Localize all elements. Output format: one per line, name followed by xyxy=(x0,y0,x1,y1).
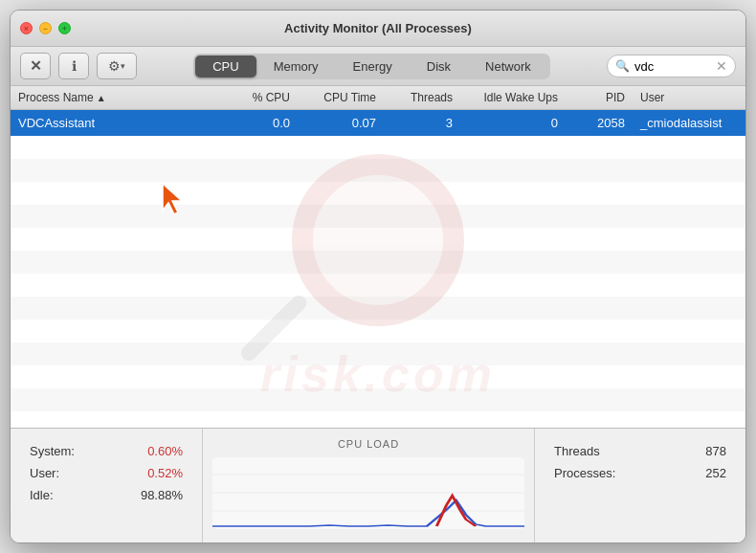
cell-process-name: VDCAssistant xyxy=(11,114,221,132)
table-row-empty xyxy=(11,251,745,274)
tab-network[interactable]: Network xyxy=(468,55,548,77)
window-title: Activity Monitor (All Processes) xyxy=(284,21,472,35)
table-row-empty xyxy=(11,320,745,343)
processes-label: Processes: xyxy=(554,466,615,480)
threads-stat-row: Threads 878 xyxy=(554,444,726,458)
gear-icon: ⚙ xyxy=(108,58,121,74)
tab-cpu[interactable]: CPU xyxy=(195,55,256,77)
col-header-pid[interactable]: PID xyxy=(566,89,633,106)
table-row-empty xyxy=(11,388,745,411)
cell-cpu-time: 0.07 xyxy=(298,114,384,132)
system-stat-row: System: 0.60% xyxy=(30,444,183,458)
bottom-panel: System: 0.60% User: 0.52% Idle: 98.88% C… xyxy=(11,428,745,542)
table-area: risk.com VDCAssistant 0.0 0.07 3 0 2058 … xyxy=(11,110,745,428)
info-icon: ℹ xyxy=(72,58,77,74)
minimize-icon: − xyxy=(43,24,48,33)
search-box: 🔍 ✕ xyxy=(607,55,736,77)
info-button[interactable]: ℹ xyxy=(58,53,89,79)
close-process-button[interactable]: ✕ xyxy=(20,53,51,79)
col-header-threads[interactable]: Threads xyxy=(384,89,460,106)
processes-stat-row: Processes: 252 xyxy=(554,466,726,480)
column-headers: Process Name ▲ % CPU CPU Time Threads Id… xyxy=(11,86,745,110)
x-icon: ✕ xyxy=(30,57,42,75)
search-input[interactable] xyxy=(634,59,711,74)
tab-group: CPU Memory Energy Disk Network xyxy=(193,54,550,79)
user-value: 0.52% xyxy=(147,466,183,480)
table-row-empty xyxy=(11,136,745,159)
table-row-empty xyxy=(11,343,745,365)
maximize-icon: + xyxy=(62,24,67,33)
svg-rect-1 xyxy=(212,457,524,529)
processes-value: 252 xyxy=(705,466,726,480)
table-row-empty xyxy=(11,297,745,320)
minimize-button[interactable]: − xyxy=(39,22,52,34)
col-header-process-name[interactable]: Process Name ▲ xyxy=(11,89,221,106)
table-row-empty xyxy=(11,228,745,251)
tab-energy[interactable]: Energy xyxy=(336,55,410,77)
activity-monitor-window: × − + Activity Monitor (All Processes) ✕… xyxy=(10,10,746,543)
col-header-idle-wake[interactable]: Idle Wake Ups xyxy=(460,89,566,106)
cell-threads: 3 xyxy=(384,114,460,132)
idle-stat-row: Idle: 98.88% xyxy=(30,488,183,502)
cpu-load-section: CPU LOAD xyxy=(202,429,535,542)
col-header-cpu-pct[interactable]: % CPU xyxy=(221,89,298,106)
user-label: User: xyxy=(30,466,59,480)
system-label: System: xyxy=(30,444,75,458)
cpu-load-label: CPU LOAD xyxy=(338,438,399,450)
stats-right: Threads 878 Processes: 252 xyxy=(535,429,745,542)
tab-memory[interactable]: Memory xyxy=(256,55,336,77)
threads-value: 878 xyxy=(705,444,726,458)
toolbar: ✕ ℹ ⚙ ▾ CPU Memory Energy Disk Network 🔍… xyxy=(11,47,745,86)
traffic-lights: × − + xyxy=(20,22,71,34)
idle-value: 98.88% xyxy=(141,488,183,502)
cell-cpu-pct: 0.0 xyxy=(221,114,298,132)
maximize-button[interactable]: + xyxy=(58,22,71,34)
table-row-empty xyxy=(11,182,745,205)
table-row-empty xyxy=(11,159,745,182)
col-header-user[interactable]: User xyxy=(633,89,745,106)
system-value: 0.60% xyxy=(147,444,183,458)
chevron-down-icon: ▾ xyxy=(121,61,125,71)
cpu-load-chart xyxy=(212,457,524,529)
search-clear-button[interactable]: ✕ xyxy=(716,58,727,74)
table-row[interactable]: VDCAssistant 0.0 0.07 3 0 2058 _cmiodala… xyxy=(11,110,745,136)
close-button[interactable]: × xyxy=(20,22,33,34)
sort-asc-icon: ▲ xyxy=(97,93,106,103)
cell-user: _cmiodalassist xyxy=(633,114,745,132)
col-header-cpu-time[interactable]: CPU Time xyxy=(298,89,384,106)
search-icon: 🔍 xyxy=(615,59,630,73)
title-bar: × − + Activity Monitor (All Processes) xyxy=(11,11,745,47)
user-stat-row: User: 0.52% xyxy=(30,466,183,480)
cell-idle-wake: 0 xyxy=(460,114,566,132)
gear-button[interactable]: ⚙ ▾ xyxy=(97,53,137,79)
table-row-empty xyxy=(11,274,745,297)
tab-disk[interactable]: Disk xyxy=(410,55,468,77)
threads-label: Threads xyxy=(554,444,600,458)
idle-label: Idle: xyxy=(30,488,54,502)
table-row-empty xyxy=(11,205,745,228)
table-row-empty xyxy=(11,365,745,388)
stats-left: System: 0.60% User: 0.52% Idle: 98.88% xyxy=(11,429,202,542)
cell-pid: 2058 xyxy=(566,114,633,132)
close-icon: × xyxy=(24,24,29,33)
empty-rows xyxy=(11,136,745,411)
